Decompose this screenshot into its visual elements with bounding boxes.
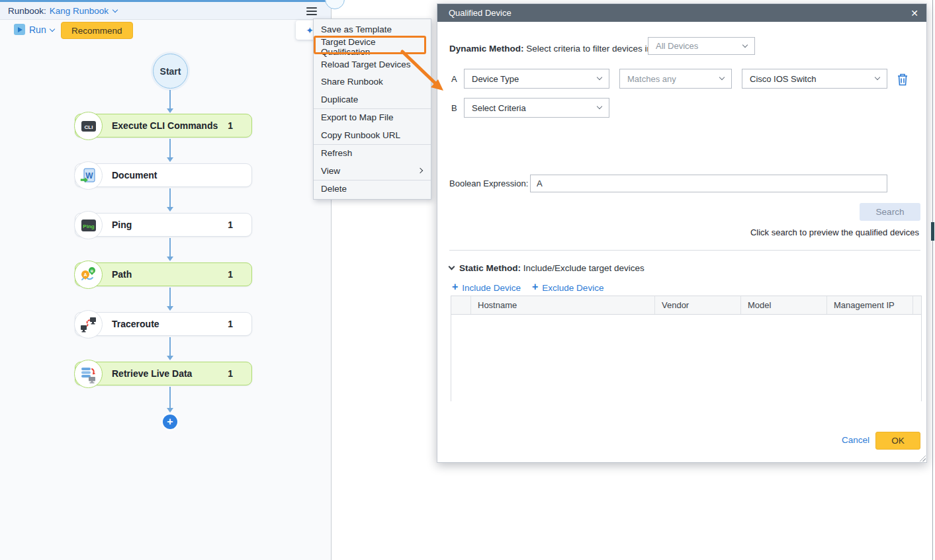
- node-path[interactable]: A B Path 1: [75, 262, 252, 286]
- chevron-down-icon: [875, 75, 880, 80]
- add-node-button[interactable]: +: [163, 415, 177, 429]
- chevron-down-icon: [742, 42, 748, 47]
- path-map-pins-icon: A B: [74, 260, 103, 289]
- select-column-header: [451, 296, 471, 314]
- criteria-type-dropdown[interactable]: Select Criteria: [464, 98, 609, 118]
- trash-icon[interactable]: [896, 72, 911, 88]
- svg-text:Ping: Ping: [83, 223, 94, 229]
- chevron-down-icon[interactable]: [449, 264, 455, 270]
- menu-item-refresh[interactable]: Refresh: [314, 145, 431, 163]
- chevron-down-icon[interactable]: [49, 26, 54, 31]
- close-icon[interactable]: ✕: [911, 8, 918, 19]
- cli-icon: CLI: [74, 112, 103, 140]
- menu-item-label: Reload Target Devices: [321, 60, 411, 69]
- menu-item-label: Target Device Qualification: [321, 37, 423, 57]
- chevron-down-icon: [597, 75, 602, 80]
- menu-item-label: Share Runbook: [321, 77, 383, 87]
- runbook-title-prefix: Runbook:: [8, 6, 46, 16]
- runbook-name[interactable]: Kang Runbook: [50, 6, 109, 16]
- menu-item-reload-target-devices[interactable]: Reload Target Devices: [314, 56, 431, 73]
- menu-item-target-device-qualification[interactable]: Target Device Qualification: [314, 38, 431, 56]
- node-ping[interactable]: Ping Ping 1: [75, 213, 252, 237]
- menu-item-delete[interactable]: Delete: [314, 180, 431, 198]
- dialog-header[interactable]: Qualified Device ✕: [437, 4, 926, 22]
- plus-icon: +: [532, 281, 538, 293]
- section-divider: [449, 250, 920, 251]
- recommend-button[interactable]: Recommend: [61, 22, 133, 39]
- flow-start-node[interactable]: Start: [153, 54, 188, 89]
- flow-connector: [166, 238, 174, 262]
- runbook-panel: Runbook: Kang Runbook Run Recommend ✦• S…: [0, 0, 332, 560]
- node-label: Traceroute: [112, 319, 159, 329]
- column-header-model[interactable]: Model: [741, 296, 827, 314]
- ping-icon: Ping: [74, 211, 103, 239]
- criteria-type-value: Device Type: [472, 74, 519, 84]
- dialog-title: Qualified Device: [449, 8, 512, 18]
- device-scope-value: All Devices: [656, 41, 698, 51]
- criteria-operator-value: Matches any: [627, 74, 676, 84]
- column-header-management-ip[interactable]: Management IP: [827, 296, 913, 314]
- criteria-type-value: Select Criteria: [472, 103, 526, 113]
- boolean-expression-label: Boolean Expression:: [449, 179, 528, 188]
- column-header-hostname[interactable]: Hostname: [471, 296, 655, 314]
- menu-item-label: Delete: [321, 184, 347, 194]
- node-traceroute[interactable]: Traceroute 1: [75, 312, 252, 336]
- search-button[interactable]: Search: [860, 203, 920, 221]
- menu-item-label: Copy Runbook URL: [321, 130, 400, 140]
- exclude-device-label: Exclude Device: [542, 283, 603, 293]
- menu-item-export-to-map-file[interactable]: Export to Map File: [314, 109, 431, 127]
- menu-item-share-runbook[interactable]: Share Runbook: [314, 73, 431, 91]
- ok-button[interactable]: OK: [875, 432, 920, 450]
- criteria-operator-dropdown[interactable]: Matches any: [619, 69, 732, 89]
- flow-connector: [166, 139, 174, 163]
- chevron-down-icon[interactable]: [112, 7, 118, 12]
- static-method-label: Static Method: Include/Exclude target de…: [459, 263, 645, 273]
- criteria-value: Cisco IOS Switch: [750, 74, 816, 84]
- node-label: Document: [112, 170, 157, 180]
- node-label: Execute CLI Commands: [112, 120, 218, 131]
- menu-item-duplicate[interactable]: Duplicate: [314, 91, 431, 108]
- include-device-link[interactable]: + Include Device: [452, 282, 521, 293]
- run-button[interactable]: Run: [14, 24, 54, 35]
- static-method-label-rest: Include/Exclude target devices: [521, 263, 645, 273]
- column-header-vendor[interactable]: Vendor: [655, 296, 741, 314]
- node-retrieve-live-data[interactable]: Retrieve Live Data 1: [75, 362, 252, 385]
- menu-item-label: Export to Map File: [321, 112, 394, 122]
- device-scope-dropdown[interactable]: All Devices: [648, 37, 755, 55]
- live-data-database-icon: [74, 360, 103, 388]
- device-table-header: Hostname Vendor Model Management IP: [451, 296, 921, 315]
- flow-connector: [166, 288, 174, 311]
- menu-item-label: Duplicate: [321, 95, 358, 104]
- chevron-down-icon: [719, 75, 725, 80]
- runbook-context-menu: Save as Template Target Device Qualifica…: [313, 19, 431, 200]
- chevron-right-icon: [418, 168, 423, 173]
- node-count: 1: [228, 368, 233, 379]
- traceroute-icon: [74, 310, 103, 339]
- exclude-device-link[interactable]: + Exclude Device: [532, 282, 603, 293]
- search-hint-text: Click search to preview the qualified de…: [750, 227, 919, 237]
- static-method-header[interactable]: Static Method: Include/Exclude target de…: [449, 263, 645, 273]
- criteria-value-dropdown[interactable]: Cisco IOS Switch: [742, 69, 887, 89]
- dynamic-method-label: Dynamic Method: Select criteria to filte…: [449, 44, 652, 54]
- node-execute-cli-commands[interactable]: CLI Execute CLI Commands 1: [75, 114, 252, 138]
- runbook-toolbar: Run Recommend: [0, 22, 331, 40]
- dynamic-method-label-bold: Dynamic Method:: [449, 44, 524, 54]
- play-icon: [14, 24, 25, 35]
- svg-text:CLI: CLI: [84, 124, 93, 130]
- menu-item-view[interactable]: View: [314, 162, 431, 180]
- flow-connector: [166, 188, 174, 212]
- menu-item-save-as-template[interactable]: Save as Template: [314, 20, 431, 38]
- criteria-row-letter: B: [451, 103, 457, 113]
- menu-item-copy-runbook-url[interactable]: Copy Runbook URL: [314, 126, 431, 144]
- scrollbar-thumb[interactable]: [931, 222, 934, 241]
- node-document[interactable]: W Document: [75, 163, 252, 187]
- menu-hamburger-icon[interactable]: [304, 5, 319, 17]
- scroll-stub-column: [913, 296, 921, 314]
- boolean-expression-input[interactable]: [530, 175, 887, 192]
- static-method-label-bold: Static Method:: [459, 263, 521, 273]
- menu-item-label: View: [321, 166, 340, 176]
- svg-text:B: B: [90, 268, 93, 272]
- criteria-type-dropdown[interactable]: Device Type: [464, 69, 609, 89]
- cancel-button[interactable]: Cancel: [842, 435, 869, 445]
- resize-grip[interactable]: [918, 454, 926, 461]
